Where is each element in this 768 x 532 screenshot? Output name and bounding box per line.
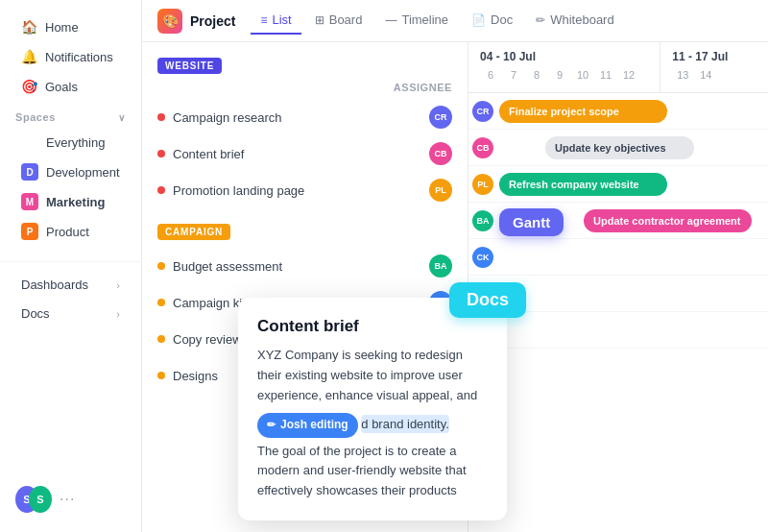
avatar-secondary: S: [29, 486, 52, 513]
sidebar-item-marketing-label: Marketing: [46, 195, 105, 209]
sidebar-user[interactable]: S S ···: [0, 478, 142, 520]
task-dot-yellow-2: [157, 299, 165, 306]
gantt-row-1: CR Finalize project scope: [468, 93, 768, 130]
sidebar-item-everything-label: Everything: [46, 135, 105, 150]
tab-doc-label: Doc: [491, 12, 513, 27]
task-content-brief[interactable]: Content brief CB: [142, 135, 468, 172]
docs-highlighted-text: d brand identity.: [361, 415, 449, 433]
gantt-day: 12: [618, 65, 639, 85]
gantt-bar-label-2: Update key objectives: [555, 142, 666, 154]
campaign-section-header: CAMPAIGN: [142, 220, 468, 248]
docs-card: Docs Content brief XYZ Company is seekin…: [238, 298, 507, 520]
gantt-row-4: BA Gantt Update contractor agreement: [468, 203, 768, 239]
gantt-bar-finalize[interactable]: Finalize project scope: [499, 100, 667, 123]
gantt-day: 6: [480, 65, 501, 85]
project-icon: 🎨: [157, 9, 182, 34]
task-name-3: Promotion landing page: [173, 183, 421, 198]
task-promotion[interactable]: Promotion landing page PL: [142, 172, 468, 208]
gantt-week-2: 11 - 17 Jul: [672, 50, 756, 63]
sidebar-item-development[interactable]: D Development: [6, 157, 135, 186]
home-icon: 🏠: [21, 19, 37, 35]
sidebar-item-home-label: Home: [45, 20, 79, 35]
avatar-4: BA: [429, 254, 452, 278]
gantt-bar-contractor[interactable]: Update contractor agreement: [584, 209, 752, 232]
gantt-row-2: CB Update key objectives: [468, 130, 768, 166]
sidebar-item-marketing[interactable]: M Marketing: [6, 187, 135, 216]
josh-editing-label: Josh editing: [280, 416, 348, 434]
tab-whiteboard-label: Whiteboard: [550, 12, 613, 27]
sidebar-item-docs[interactable]: Docs ›: [6, 300, 135, 327]
gantt-day: 14: [695, 65, 716, 85]
sidebar-item-product-label: Product: [46, 225, 89, 239]
tab-list-label: List: [272, 12, 291, 27]
task-dot-red: [157, 113, 165, 121]
task-name-4: Budget assessment: [173, 259, 421, 274]
edit-icon: ✏: [267, 417, 276, 434]
docs-text-before: XYZ Company is seeking to redesign their…: [257, 348, 477, 402]
gantt-day: 10: [572, 65, 593, 85]
doc-icon: 📄: [471, 13, 486, 27]
gantt-day: 13: [672, 65, 693, 85]
task-dot-yellow-3: [157, 335, 165, 343]
more-options-icon: ···: [60, 491, 75, 508]
task-campaign-research[interactable]: Campaign research CR: [142, 99, 468, 135]
sidebar-item-goals[interactable]: 🎯 Goals: [6, 72, 135, 101]
tab-board[interactable]: ⊞ Board: [305, 7, 372, 35]
gantt-day: 11: [595, 65, 616, 85]
gantt-day: 8: [526, 65, 547, 85]
sidebar-item-home[interactable]: 🏠 Home: [6, 12, 135, 41]
goals-icon: 🎯: [21, 79, 37, 94]
josh-editing-badge[interactable]: ✏ Josh editing: [257, 413, 358, 437]
main-content: 🎨 Project ≡ List ⊞ Board — Timeline 📄 Do…: [142, 0, 768, 532]
sidebar-item-product[interactable]: P Product: [6, 217, 135, 246]
gantt-week-1: 04 - 10 Jul: [480, 50, 648, 63]
gantt-tooltip: Gantt: [499, 208, 564, 236]
gantt-day: 7: [503, 65, 524, 85]
gantt-avatar-2: CB: [470, 135, 495, 160]
sidebar-item-everything[interactable]: ⊞ Everything: [6, 128, 135, 157]
docs-label: Docs: [21, 306, 50, 321]
avatar-2: CB: [429, 142, 452, 165]
gantt-bar-update[interactable]: Update key objectives: [545, 136, 694, 159]
tab-list[interactable]: ≡ List: [251, 7, 300, 35]
project-title: Project: [190, 13, 235, 29]
gantt-rows: CR Finalize project scope CB Update key …: [468, 93, 768, 400]
sidebar-bottom: Dashboards › Docs ›: [0, 261, 141, 327]
marketing-icon: M: [21, 193, 38, 210]
gantt-row-5: CK: [468, 239, 768, 276]
docs-card-body: XYZ Company is seeking to redesign their…: [257, 346, 488, 501]
tab-board-label: Board: [329, 12, 363, 27]
task-budget[interactable]: Budget assessment BA: [142, 248, 468, 284]
sidebar-item-dashboards[interactable]: Dashboards ›: [6, 271, 135, 299]
list-columns-website: ASSIGNEE: [142, 82, 468, 99]
tab-whiteboard[interactable]: ✏ Whiteboard: [526, 7, 623, 35]
gantt-bar-label-4: Update contractor agreement: [593, 215, 740, 227]
docs-badge: Docs: [449, 282, 526, 318]
gantt-tooltip-label: Gantt: [513, 214, 550, 230]
task-name: Campaign research: [173, 110, 421, 125]
task-dot-yellow-4: [157, 372, 165, 379]
avatar-3: PL: [429, 179, 452, 202]
product-icon: P: [21, 223, 38, 240]
docs-card-title: Content brief: [257, 317, 488, 336]
chevron-right-icon: ›: [116, 279, 120, 291]
chevron-down-icon: ∨: [118, 112, 126, 123]
website-badge: WEBSITE: [157, 58, 222, 74]
gantt-avatar-4: BA: [470, 208, 495, 233]
gantt-avatar-1: CR: [470, 99, 495, 124]
task-name-2: Content brief: [173, 147, 421, 161]
gantt-bar-refresh[interactable]: Refresh company website: [499, 173, 667, 196]
tab-timeline[interactable]: — Timeline: [375, 7, 458, 35]
tab-timeline-label: Timeline: [401, 12, 448, 27]
everything-icon: ⊞: [21, 133, 38, 151]
tab-doc[interactable]: 📄 Doc: [462, 7, 522, 35]
dashboards-label: Dashboards: [21, 278, 88, 292]
task-dot-red-3: [157, 186, 165, 194]
board-icon: ⊞: [315, 13, 324, 27]
spaces-section: Spaces ∨: [0, 102, 141, 127]
chevron-right-icon-2: ›: [116, 308, 120, 320]
sidebar-item-notifications-label: Notifications: [45, 50, 113, 64]
sidebar: 🏠 Home 🔔 Notifications 🎯 Goals Spaces ∨ …: [0, 0, 142, 532]
gantt-avatar-3: PL: [470, 172, 495, 197]
sidebar-item-notifications[interactable]: 🔔 Notifications: [6, 42, 135, 71]
